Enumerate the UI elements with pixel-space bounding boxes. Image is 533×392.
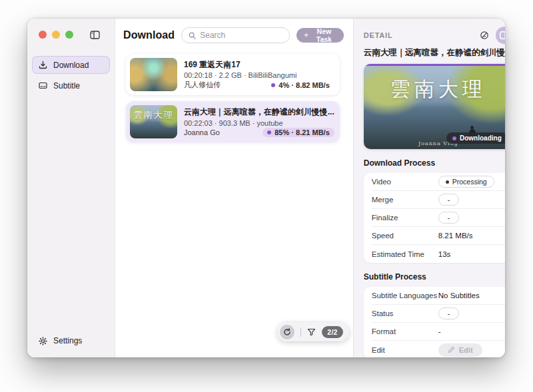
- subtitle-icon: [39, 81, 47, 90]
- download-process-heading: Download Process: [364, 158, 505, 168]
- detail-row-subtitle-status: Status -: [372, 305, 505, 323]
- slash-circle-icon: [480, 31, 489, 40]
- sidebar-item-label: Download: [53, 61, 89, 70]
- toolbar-divider: [300, 327, 301, 337]
- detail-panel: DETAIL 云南大理｜远离喧嚣，在静谧的剑川慢慢逛｜千...: [354, 19, 505, 357]
- detail-panel-title: DETAIL: [364, 31, 480, 39]
- detail-row-merge: Merge -: [372, 191, 505, 209]
- subtitle-process-card: Subtitle Languages No Subtitles Status -…: [364, 287, 505, 357]
- merge-status-pill: -: [438, 194, 460, 206]
- search-field[interactable]: [200, 31, 282, 40]
- sidebar-toggle-icon[interactable]: [89, 29, 100, 40]
- task-counter-badge[interactable]: 2/2: [322, 326, 343, 338]
- detail-panel-toggle-button[interactable]: [496, 27, 505, 44]
- search-icon: [189, 32, 196, 39]
- task-author: 凡人修仙传: [184, 80, 221, 90]
- window-controls: [27, 19, 115, 41]
- gear-icon: [39, 337, 47, 345]
- download-process-card: Video Processing Merge - Finalize - Spee…: [364, 173, 505, 263]
- list-toolbar: 2/2: [277, 322, 349, 341]
- detail-row-subtitle-format: Format -: [372, 323, 505, 341]
- thumbnail-progress-bar: [364, 64, 505, 66]
- pencil-icon: [448, 346, 455, 353]
- detail-row-estimated-time: Estimated Time 13s: [372, 245, 505, 263]
- status-dot: [452, 136, 456, 140]
- sidebar-item-subtitle[interactable]: Subtitle: [32, 77, 110, 95]
- plus-icon: +: [304, 31, 308, 39]
- task-thumbnail: 雲南大理: [130, 105, 177, 138]
- desktop: Download Subtitle Settings Download: [0, 0, 533, 392]
- app-window: Download Subtitle Settings Download: [27, 19, 505, 357]
- slash-circle-button[interactable]: [480, 31, 489, 40]
- sidebar-item-download[interactable]: Download: [32, 56, 110, 74]
- main-header: Download + New Task: [115, 19, 353, 50]
- settings-label: Settings: [53, 336, 82, 345]
- edit-subtitle-button[interactable]: Edit: [438, 343, 482, 357]
- sidebar: Download Subtitle Settings: [27, 19, 115, 357]
- progress-dot: [267, 130, 271, 134]
- task-progress: 4% · 8.82 MB/s: [266, 81, 334, 90]
- subtitle-status-pill: -: [438, 307, 460, 319]
- download-icon: [39, 61, 47, 69]
- panel-icon: [500, 31, 505, 39]
- sidebar-nav: Download Subtitle: [27, 56, 115, 95]
- thumbnail-overlay-text: 雲南大理: [130, 109, 177, 121]
- detail-video-title: 云南大理｜远离喧嚣，在静谧的剑川慢慢逛｜千...: [364, 47, 505, 59]
- detail-row-subtitle-languages: Subtitle Languages No Subtitles: [372, 287, 505, 305]
- zoom-window-button[interactable]: [65, 31, 73, 39]
- task-title: 云南大理｜远离喧嚣，在静谧的剑川慢慢...: [184, 106, 334, 118]
- search-input[interactable]: [181, 27, 290, 43]
- detail-header: DETAIL: [364, 27, 505, 44]
- task-card[interactable]: 169 重返天南17 00:20:18 · 2.2 GB · BiliBiliB…: [126, 54, 340, 95]
- sidebar-item-label: Subtitle: [53, 81, 80, 91]
- task-meta: 00:22:03 · 903.3 MB · youtube: [184, 119, 334, 127]
- filter-button[interactable]: [307, 328, 316, 336]
- task-title: 169 重返天南17: [184, 59, 334, 71]
- subtitle-format-value: -: [438, 327, 505, 335]
- filter-funnel-icon: [307, 328, 316, 336]
- detail-row-finalize: Finalize -: [372, 209, 505, 227]
- subtitle-process-heading: Subtitle Process: [364, 272, 505, 282]
- detail-row-video: Video Processing: [372, 173, 505, 191]
- task-list: 169 重返天南17 00:20:18 · 2.2 GB · BiliBiliB…: [115, 50, 353, 142]
- thumbnail-overlay-text: 雲南大理: [364, 76, 505, 103]
- detail-row-speed: Speed 8.21 MB/s: [372, 227, 505, 245]
- detail-row-subtitle-edit: Edit Edit: [372, 341, 505, 357]
- main-panel: Download + New Task 169 重返天南17: [115, 19, 354, 357]
- page-title: Download: [123, 29, 175, 41]
- eta-value: 13s: [438, 250, 505, 258]
- refresh-button[interactable]: [280, 325, 294, 339]
- finalize-status-pill: -: [438, 212, 460, 224]
- task-thumbnail: [130, 58, 177, 91]
- task-progress: 85% · 8.21 MB/s: [263, 128, 334, 137]
- processing-pill: Processing: [438, 176, 494, 188]
- progress-dot: [271, 83, 275, 87]
- close-window-button[interactable]: [39, 31, 47, 39]
- subtitle-languages-value: No Subtitles: [438, 292, 505, 299]
- downloading-badge: Downloading: [446, 132, 505, 144]
- pill-dot: [446, 180, 449, 184]
- task-author: Joanna Go: [184, 128, 220, 136]
- detail-thumbnail: 雲南大理 Joanna Vlog Downloading: [364, 64, 505, 149]
- refresh-icon: [283, 328, 291, 336]
- speed-value: 8.21 MB/s: [438, 232, 505, 240]
- new-task-label: New Task: [312, 27, 336, 43]
- task-card[interactable]: 雲南大理 云南大理｜远离喧嚣，在静谧的剑川慢慢... 00:22:03 · 90…: [126, 101, 340, 142]
- new-task-button[interactable]: + New Task: [296, 28, 344, 43]
- minimize-window-button[interactable]: [52, 31, 60, 39]
- task-meta: 00:20:18 · 2.2 GB · BiliBiliBangumi: [184, 71, 334, 79]
- sidebar-item-settings[interactable]: Settings: [32, 332, 89, 349]
